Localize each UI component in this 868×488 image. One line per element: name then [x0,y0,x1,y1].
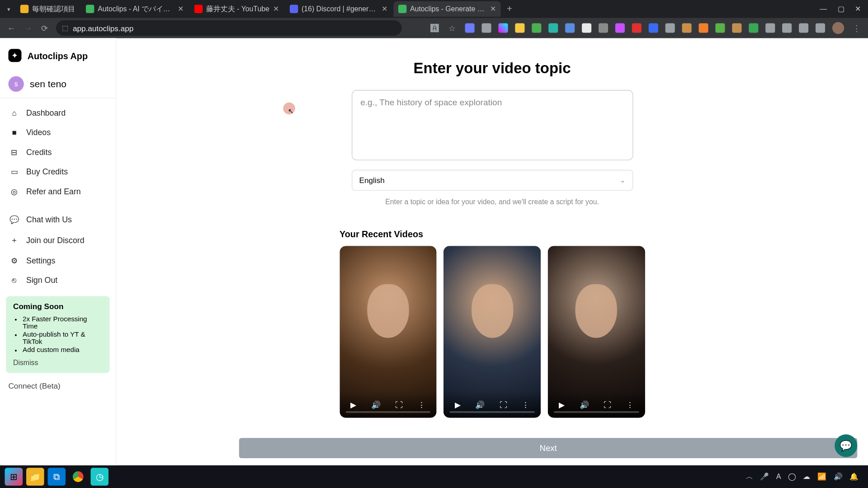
extension-icon[interactable] [665,23,675,33]
sidebar-item-buy-credits[interactable]: ▭Buy Credits [0,162,116,182]
progress-bar[interactable] [554,411,639,413]
volume-icon[interactable]: 🔊 [580,400,589,409]
chrome-menu-button[interactable]: ⋮ [851,23,862,33]
sidebar-item-videos[interactable]: ■Videos [0,123,116,143]
promo-panel: Coming Soon 2x Faster Processing Time Au… [6,296,109,373]
language-select[interactable]: English ⌄ [351,170,632,191]
close-icon[interactable]: ✕ [178,5,184,13]
language-value: English [359,176,385,185]
maximize-button[interactable]: ▢ [838,5,844,13]
topic-input[interactable] [351,90,632,160]
cursor-highlight [283,103,295,114]
forward-button[interactable]: → [23,23,33,33]
extensions-menu-icon[interactable] [799,23,808,33]
sidebar-item-dashboard[interactable]: ⌂Dashboard [0,103,116,123]
progress-bar[interactable] [345,411,430,413]
extension-icon[interactable] [682,23,692,33]
extension-icon[interactable] [465,23,475,33]
address-bar: ← → ⟳ ⬚ app.autoclips.app 🅰 ☆ ⋮ [0,18,868,38]
fullscreen-icon[interactable]: ⛶ [604,400,611,409]
next-button[interactable]: Next [239,438,857,458]
extension-icon[interactable] [582,23,591,33]
extension-icon[interactable] [715,23,725,33]
card-icon: ▭ [9,168,19,177]
close-icon[interactable]: ✕ [490,5,496,13]
user-profile[interactable]: s sen teno [0,70,116,99]
taskbar-app-explorer[interactable]: 📁 [26,468,44,486]
bookmark-icon[interactable]: ☆ [447,23,458,33]
extension-icon[interactable] [548,23,558,33]
volume-icon[interactable]: 🔊 [475,400,485,409]
fullscreen-icon[interactable]: ⛶ [395,400,403,409]
close-icon[interactable]: ✕ [273,5,279,13]
close-icon[interactable]: ✕ [382,5,387,13]
extension-icon[interactable] [782,23,792,33]
extension-icon[interactable] [649,23,658,33]
taskbar-app-chrome[interactable] [69,468,87,486]
tray-ime-icon[interactable]: A [776,473,781,481]
volume-icon[interactable]: 🔊 [371,400,381,409]
connect-button[interactable]: Connect (Beta) [0,378,116,394]
more-icon[interactable]: ⋮ [522,400,529,409]
extension-icon[interactable] [632,23,642,33]
profile-avatar[interactable] [832,22,844,34]
tab-item[interactable]: Autoclips - AI でバイラルショート動✕ [81,1,188,17]
back-button[interactable]: ← [6,23,17,33]
fullscreen-icon[interactable]: ⛶ [500,400,507,409]
minimize-button[interactable]: — [820,5,827,13]
extension-icon[interactable] [732,23,741,33]
tray-help-icon[interactable]: ◯ [788,473,796,481]
tab-item[interactable]: (16) Discord | #general | Autoc✕ [285,1,392,17]
tray-mic-icon[interactable]: 🎤 [760,473,769,481]
tray-notifications-icon[interactable]: 🔔 [849,473,859,481]
extension-icon[interactable] [515,23,524,33]
tab-item[interactable]: 毎朝確認項目 [15,1,80,17]
section-heading: Your Recent Videos [340,229,645,239]
sidebar-item-refer[interactable]: ◎Refer and Earn [0,182,116,202]
extension-icon[interactable] [765,23,775,33]
site-info-icon[interactable]: ⬚ [62,24,68,32]
tray-chevron-icon[interactable]: ︿ [746,472,753,482]
extension-icon[interactable] [482,23,491,33]
chat-fab[interactable]: 💬 [835,434,857,457]
video-card[interactable]: ▶ 🔊 ⛶ ⋮ [548,246,645,418]
start-button[interactable]: ⊞ [5,468,23,486]
extension-icon[interactable] [699,23,708,33]
video-card[interactable]: ▶ 🔊 ⛶ ⋮ [340,246,437,418]
extension-icon[interactable] [565,23,575,33]
new-tab-button[interactable]: + [502,4,517,14]
more-icon[interactable]: ⋮ [626,400,634,409]
tab-dropdown-button[interactable]: ▾ [4,4,14,14]
play-icon[interactable]: ▶ [559,400,565,409]
progress-bar[interactable] [450,411,535,413]
taskbar-app[interactable]: ◷ [90,468,108,486]
tab-item-active[interactable]: Autoclips - Generate Viral TikT✕ [393,1,500,17]
sidebar-item-signout[interactable]: ⎋Sign Out [0,271,116,291]
reload-button[interactable]: ⟳ [39,23,50,33]
tab-item[interactable]: 藤井丈夫 - YouTube✕ [189,1,283,17]
play-icon[interactable]: ▶ [350,400,356,409]
video-card[interactable]: ▶ 🔊 ⛶ ⋮ [443,246,541,418]
sidebar-item-discord[interactable]: ＋Join our Discord [0,230,116,251]
sidebar-item-chat[interactable]: 💬Chat with Us [0,210,116,230]
tray-volume-icon[interactable]: 🔊 [834,473,843,481]
app-logo[interactable]: ✦ Autoclips App [0,45,116,70]
extension-icon[interactable] [532,23,541,33]
close-window-button[interactable]: ✕ [855,5,861,13]
more-icon[interactable]: ⋮ [418,400,425,409]
extension-icon[interactable] [615,23,625,33]
taskbar-app-vscode[interactable]: ⧉ [47,468,66,486]
extension-icon[interactable] [599,23,608,33]
side-panel-icon[interactable] [816,23,825,33]
extension-icon[interactable] [749,23,758,33]
sidebar-item-credits[interactable]: ⊟Credits [0,142,116,162]
tray-onedrive-icon[interactable]: ☁ [803,473,810,481]
url-input[interactable]: ⬚ app.autoclips.app [56,20,402,36]
video-controls: ▶ 🔊 ⛶ ⋮ [548,391,645,418]
extension-icon[interactable] [498,23,508,33]
dismiss-button[interactable]: Dismiss [13,359,103,367]
sidebar-item-settings[interactable]: ⚙Settings [0,251,116,271]
play-icon[interactable]: ▶ [455,400,461,409]
translate-icon[interactable]: 🅰 [429,23,440,33]
tray-wifi-icon[interactable]: 📶 [817,473,826,481]
